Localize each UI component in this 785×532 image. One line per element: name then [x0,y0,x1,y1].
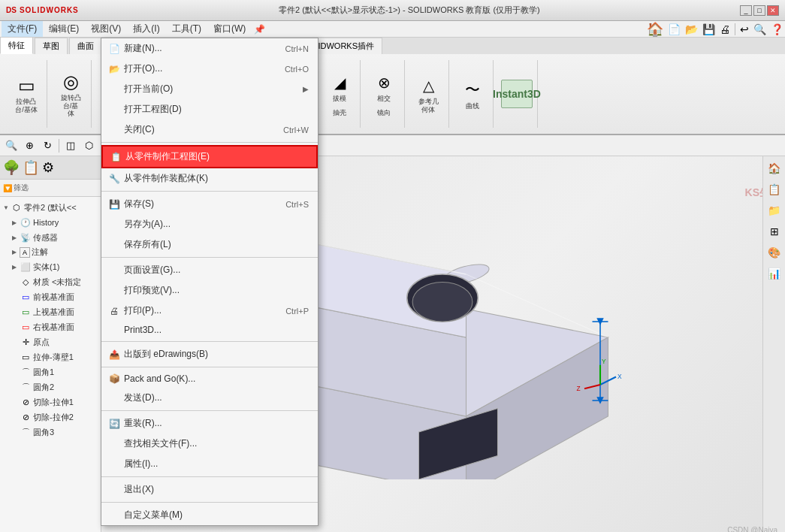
data-btn[interactable]: 📊 [765,264,783,283]
menu-close[interactable]: 关闭(C) Ctrl+W [101,119,318,140]
tree-right[interactable]: ▭ 右视基准面 [0,319,101,334]
right-icons-panel: 🏠 📋 📁 ⊞ 🎨 📊 [762,156,785,532]
sep7 [101,476,318,477]
menu-reload[interactable]: 🔄 重装(R)... [101,413,318,434]
menu-page-setup[interactable]: 页面设置(G)... [101,260,318,280]
menu-print-preview[interactable]: 打印预览(V)... [101,280,318,301]
undo-btn[interactable]: ↩ [740,23,749,35]
tree-material[interactable]: ◇ 材质 <未指定 [0,274,101,289]
ref-geometry-btn[interactable]: △ 参考几何体 [412,71,444,116]
instant3d-btn[interactable]: Instant3D [501,80,533,108]
new-icon: 📄 [107,42,121,56]
folder-btn[interactable]: 📁 [765,201,783,219]
curves-btn[interactable]: 〜 曲线 [457,76,488,113]
annotation-icon: A [20,247,30,258]
menu-new[interactable]: 📄 新建(N)... Ctrl+N [101,38,318,59]
menu-view[interactable]: 视图(V) [85,21,127,37]
menu-save[interactable]: 💾 保存(S) Ctrl+S [101,194,318,214]
menu-find-refs[interactable]: 查找相关文件(F)... [101,434,318,454]
minimize-button[interactable]: _ [740,5,752,16]
tree-part[interactable]: ▼ ⬡ 零件2 (默认<< [0,200,101,215]
print-btn[interactable]: 🖨 [720,23,730,35]
menu-print3d[interactable]: Print3D... [101,321,318,339]
group-extrude: ▭ 拉伸凸台/基体 [6,60,47,128]
restore-button[interactable]: □ [753,5,765,16]
tree-fillet3[interactable]: ⌒ 圆角3 [0,425,101,440]
tree-annotation[interactable]: ▶ A 注解 [0,245,101,259]
right-plane-icon: ▭ [20,321,32,333]
view-selector-btn[interactable]: 📋 [765,180,783,198]
menu-send[interactable]: 发送(D)... [101,388,318,408]
tab-features[interactable]: 特征 [0,37,33,54]
menu-file[interactable]: 文件(F) [2,21,43,37]
menu-open[interactable]: 📂 打开(O)... Ctrl+O [101,59,318,79]
home-quick-btn[interactable]: 🏠 [647,21,663,38]
menu-insert[interactable]: 插入(I) [127,21,165,37]
menu-edit[interactable]: 编辑(E) [43,21,85,37]
menu-customize[interactable]: 自定义菜单(M) [101,505,318,525]
app-logo: DS SOLIDWORKS [6,6,79,14]
menu-edrawings[interactable]: 📤 出版到 eDrawings(B) [101,344,318,364]
new-shortcut: Ctrl+N [285,44,309,53]
menu-save-all[interactable]: 保存所有(L) [101,234,318,255]
zoom-to-fit-btn[interactable]: 🔍 [3,138,20,154]
filter-label: 筛选 [14,183,29,193]
section-view-btn[interactable]: ◫ [62,138,79,154]
menu-save-as[interactable]: 另存为(A)... [101,214,318,234]
menu-open-drawing[interactable]: 打开工程图(D) [101,99,318,119]
help-btn[interactable]: ❓ [771,23,783,35]
tree-fillet2[interactable]: ⌒ 圆角2 [0,379,101,394]
draft-btn[interactable]: ◢ 拔模 [324,68,355,105]
file-menu[interactable]: 📄 新建(N)... Ctrl+N 📂 打开(O)... Ctrl+O 打开当前… [101,38,319,526]
menu-properties[interactable]: 属性(I)... [101,454,318,474]
front-plane-icon: ▭ [20,291,32,303]
new-doc-btn[interactable]: 📄 [668,23,681,35]
group-instant3d: Instant3D [497,60,538,128]
extrude-boss-label: 拉伸凸台/基体 [15,98,38,114]
pack-icon: 📦 [107,372,121,385]
property-manager-tab[interactable]: 📋 [21,158,41,177]
tree-cut2[interactable]: ⊘ 切除-拉伸2 [0,410,101,425]
shell-btn[interactable]: 抽壳 [325,107,355,119]
fillet2-icon: ⌒ [20,381,32,393]
menu-pin[interactable]: 📌 [252,24,267,35]
tree-fillet2-label: 圆角2 [33,382,54,393]
view-orient-btn[interactable]: ⬡ [80,138,97,154]
zoom-area-btn[interactable]: ⊕ [21,138,38,154]
menu-pack-go[interactable]: 📦 Pack and Go(K)... [101,370,318,388]
menu-open-current[interactable]: 打开当前(O) ▶ [101,79,318,99]
menu-exit[interactable]: 退出(X) [101,479,318,500]
color-btn[interactable]: 🎨 [765,243,783,261]
tree-origin[interactable]: ✛ 原点 [0,334,101,349]
menu-tools[interactable]: 工具(T) [166,21,207,37]
tab-surface[interactable]: 曲面 [69,38,102,54]
mirror-btn[interactable]: 镜向 [369,107,399,119]
search-btn[interactable]: 🔍 [753,23,766,35]
feature-tree-tab[interactable]: 🌳 [2,158,21,177]
rotate-btn[interactable]: ↻ [39,138,56,154]
tab-sketch[interactable]: 草图 [35,38,68,54]
tree-fillet1[interactable]: ⌒ 圆角1 [0,364,101,379]
tree-sensor[interactable]: ▶ 📡 传感器 [0,230,101,245]
tree-top[interactable]: ▭ 上视基准面 [0,304,101,319]
save-btn[interactable]: 💾 [702,23,715,35]
tree-front[interactable]: ▭ 前视基准面 [0,289,101,304]
tree-solid[interactable]: ▶ ⬜ 实体(1) [0,259,101,274]
revolve-btn[interactable]: ◎ 旋转凸台/基体 [55,68,86,120]
close-button[interactable]: ✕ [767,5,779,16]
menu-window[interactable]: 窗口(W) [207,21,252,37]
extrude-boss-btn[interactable]: ▭ 拉伸凸台/基体 [11,71,42,116]
menu-make-assembly[interactable]: 🔧 从零件制作装配体(K) [101,168,318,189]
open-btn[interactable]: 📂 [685,23,698,35]
config-manager-tab[interactable]: ⚙ [41,158,56,177]
cut2-icon: ⊘ [20,411,32,423]
intersect-btn[interactable]: ⊗ 相交 [368,68,400,105]
tree-extrude-thin1[interactable]: ▭ 拉伸-薄壁1 [0,349,101,364]
menu-print[interactable]: 🖨 打印(P)... Ctrl+P [101,301,318,321]
fillet3-icon: ⌒ [20,426,32,438]
home-view-btn[interactable]: 🏠 [765,159,783,177]
tree-history[interactable]: ▶ 🕐 History [0,215,101,230]
layout-btn[interactable]: ⊞ [765,222,783,240]
tree-cut1[interactable]: ⊘ 切除-拉伸1 [0,394,101,410]
menu-make-drawing[interactable]: 📋 从零件制作工程图(E) [101,145,318,168]
